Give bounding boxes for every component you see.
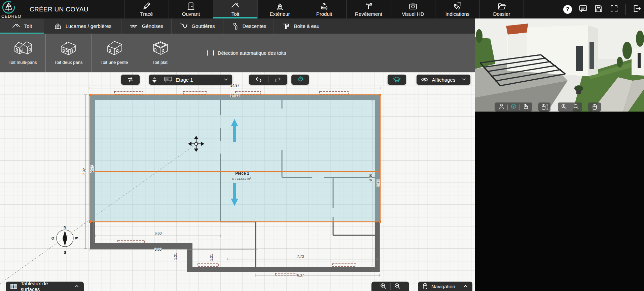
3d-render — [475, 18, 644, 112]
person-view-button[interactable] — [499, 103, 504, 111]
tags-icon — [453, 2, 462, 11]
tab-revetement[interactable]: Revêtement — [346, 0, 391, 18]
floor-down-icon[interactable] — [152, 80, 156, 83]
compass-o: O — [51, 236, 55, 240]
project-title: CRÉER UN COYAU — [30, 0, 88, 18]
mouse-scroll-button[interactable] — [538, 102, 550, 112]
water-box-icon — [282, 22, 290, 30]
preview-mouse-button[interactable] — [588, 102, 601, 112]
dim-top-inner: 14.33 — [230, 93, 239, 97]
axonometric-view-button[interactable] — [511, 103, 516, 111]
subtab-descentes[interactable]: Descentes — [223, 18, 274, 34]
subtab-toit[interactable]: Toit — [0, 18, 44, 34]
auto-detect-roofs: Détection automatique des toits — [207, 34, 286, 72]
compass-n: N — [64, 225, 66, 229]
floor-plan: 14.97 14.33 7.92 7.28 8.49 9.12 6.60 8.6… — [0, 72, 475, 291]
tab-ouvrant[interactable]: Ouvrant — [169, 0, 213, 18]
layers-button[interactable] — [388, 75, 406, 85]
tab-exterieur[interactable]: Extérieur — [257, 0, 302, 18]
compass-s: S — [64, 250, 66, 254]
dim-left-inner: 7.28 — [90, 166, 94, 173]
affichages-label: Affichages — [432, 77, 456, 83]
dim-top-outer: 14.97 — [230, 83, 239, 87]
save-icon[interactable] — [594, 4, 603, 14]
camera-icon — [408, 2, 418, 11]
comment-icon[interactable] — [579, 4, 587, 14]
preview-zoom-group — [558, 102, 582, 112]
preview-zoom-in-button[interactable] — [561, 103, 567, 111]
subtab-lucarnes[interactable]: Lucarnes / gerbières — [44, 18, 121, 34]
section-view-button[interactable] — [523, 103, 529, 111]
tab-produit[interactable]: Produit — [302, 0, 346, 18]
tab-toit[interactable]: Toit — [213, 0, 257, 18]
undo-button[interactable] — [255, 76, 262, 83]
logout-icon[interactable] — [632, 4, 641, 14]
roof-sub-menu: Toit Lucarnes / gerbières Génoises Goutt… — [0, 18, 475, 34]
roof-deux-pans-button[interactable]: Toit deux pans — [46, 34, 92, 72]
zoom-out-icon — [573, 103, 579, 110]
roof-une-pente-button[interactable]: Toit une pente — [92, 34, 137, 72]
zoom-in-button[interactable] — [380, 283, 387, 290]
zoom-out-button[interactable] — [394, 283, 401, 290]
surfaces-panel-button[interactable]: Tableaux de surfaces — [6, 282, 84, 291]
floor-selector[interactable]: Etage 1 — [149, 75, 232, 85]
subtab-boite-a-eau[interactable]: Boite à eau — [274, 18, 328, 34]
auto-detect-checkbox[interactable] — [207, 50, 214, 56]
floor-plan-canvas[interactable]: 14.97 14.33 7.92 7.28 8.49 9.12 6.60 8.6… — [0, 72, 475, 291]
dim-step-left: 1.21 — [173, 253, 177, 260]
dormer-icon — [54, 22, 62, 30]
dim-bottom-outer: 6.37 — [297, 273, 304, 277]
roof-multi-pans-button[interactable]: Toit multi-pans — [0, 34, 46, 72]
section-view-icon — [523, 103, 529, 109]
roof-type-toolbar: Toit multi-pans Toit deux pans Toit une … — [0, 34, 475, 72]
magnet-icon — [296, 76, 304, 83]
magnet-snap-button[interactable] — [291, 75, 309, 85]
cedreo-app: CEDREO CRÉER UN COYAU Tracé Ouvrant Toit… — [0, 0, 644, 291]
navigation-button[interactable]: Navigation — [418, 282, 472, 291]
top-actions: ? — [563, 0, 641, 18]
floor-up-icon[interactable] — [152, 77, 156, 79]
tab-indications[interactable]: Indications — [435, 0, 479, 18]
roof-plat-button[interactable]: Toit plat — [137, 34, 183, 72]
right-panel — [475, 18, 644, 291]
zoom-in-icon — [561, 103, 567, 110]
dim-bottom-right: 7.73 — [297, 254, 304, 258]
subtab-genoises[interactable]: Génoises — [121, 18, 172, 34]
dim-left-outer: 7.92 — [82, 168, 86, 175]
floor-stepper[interactable] — [149, 77, 160, 83]
roof-shed-icon — [104, 38, 125, 57]
actions-divider — [625, 4, 625, 15]
folder-icon — [497, 2, 506, 11]
layers-icon — [393, 76, 401, 83]
roof-gable-icon — [58, 38, 79, 57]
axonometric-view-icon — [511, 103, 516, 109]
redo-button[interactable] — [274, 76, 282, 83]
table-icon — [10, 284, 17, 289]
floor-icon — [164, 77, 172, 83]
fullscreen-icon[interactable] — [610, 4, 618, 14]
downspout-icon — [231, 22, 239, 30]
tab-dossier[interactable]: Dossier — [479, 0, 524, 18]
cedreo-tree-icon — [1, 0, 21, 14]
preview-zoom-out-button[interactable] — [573, 103, 579, 111]
dim-right-outer: 9.12 — [376, 180, 380, 187]
compass-e: E — [75, 237, 79, 239]
tab-trace[interactable]: Tracé — [124, 0, 169, 18]
top-menu: Tracé Ouvrant Toit Extérieur Produit Rev… — [124, 0, 524, 18]
roof-chimney-icon — [231, 2, 240, 11]
dim-bottom-left-outer: 8.60 — [155, 247, 162, 251]
mouse-icon — [423, 283, 428, 290]
compass: N S O E — [51, 225, 79, 254]
tab-visuel-hd[interactable]: Visuel HD — [391, 0, 435, 18]
subtab-gouttieres[interactable]: Gouttières — [172, 18, 223, 34]
affichages-button[interactable]: Affichages — [417, 75, 470, 85]
cedreo-logo[interactable]: CEDREO — [1, 0, 21, 20]
eye-icon — [421, 77, 429, 82]
swap-floors-button[interactable] — [121, 75, 140, 85]
roof-flat-icon — [149, 38, 171, 57]
person-view-icon — [499, 103, 504, 109]
chevron-up-icon — [75, 285, 79, 288]
help-icon[interactable]: ? — [563, 5, 572, 14]
3d-preview[interactable] — [475, 18, 644, 112]
house-garden-icon — [275, 2, 284, 11]
